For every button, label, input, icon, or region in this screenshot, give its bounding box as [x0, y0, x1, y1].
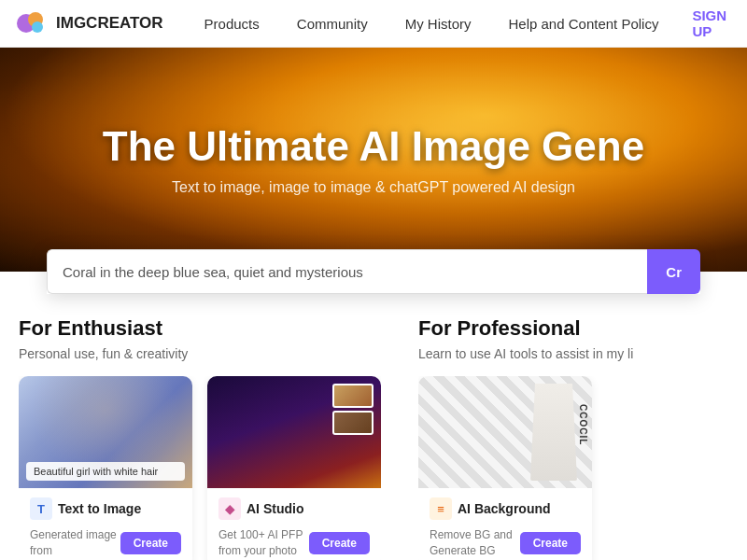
card-header-2: ◆ AI Studio — [218, 497, 370, 520]
enthusiast-cards: Beautiful girl with white hair T Text to… — [19, 376, 381, 560]
enthusiast-subtitle: Personal use, fun & creativity — [19, 346, 381, 361]
professional-cards: CCOCIL ≡ AI Background Remove BG and Gen… — [418, 376, 728, 560]
card-create-btn-1[interactable]: Create — [120, 532, 181, 554]
card-label-3: CCOCIL — [578, 404, 588, 445]
nav-help[interactable]: Help and Content Policy — [490, 0, 678, 48]
nav-my-history[interactable]: My History — [387, 0, 490, 48]
search-input[interactable] — [47, 249, 647, 294]
card-create-btn-3[interactable]: Create — [520, 532, 581, 554]
enthusiast-title: For Enthusiast — [19, 316, 381, 341]
card-icon-t: T — [30, 497, 52, 520]
card-name-2: AI Studio — [247, 501, 303, 516]
card-create-btn-2[interactable]: Create — [309, 532, 370, 554]
card-desc-1: Generated image from — [30, 527, 120, 559]
card-body-1: T Text to Image Generated image from Cre… — [19, 488, 192, 560]
hero-subtitle: Text to image, image to image & chatGPT … — [172, 179, 575, 196]
card-image-3: CCOCIL — [418, 376, 592, 488]
card-footer-1: Generated image from Create — [30, 527, 181, 559]
sign-up-button[interactable]: SIGN UP — [677, 7, 741, 39]
professional-section: For Professional Learn to use AI tools t… — [418, 316, 728, 560]
nav-community[interactable]: Community — [278, 0, 387, 48]
card-footer-2: Get 100+ AI PFP from your photo Create — [218, 527, 370, 559]
card-image-2 — [207, 376, 381, 488]
mini-photo-2 — [332, 411, 374, 435]
svg-point-2 — [32, 21, 43, 33]
nav-links: Products Community My History Help and C… — [186, 0, 678, 48]
hero-title: The Ultimate AI Image Gene — [103, 123, 644, 170]
card-name-3: AI Background — [458, 501, 551, 516]
professional-subtitle: Learn to use AI tools to assist in my li — [418, 346, 728, 361]
card-pot — [530, 384, 577, 481]
card-header-1: T Text to Image — [30, 497, 181, 520]
logo-text: IMGCREATOR — [56, 14, 163, 33]
create-button[interactable]: Cr — [647, 249, 700, 294]
card-icon-studio: ◆ — [218, 497, 241, 520]
card-footer-3: Remove BG and Generate BG Create — [430, 527, 581, 559]
hero-section: The Ultimate AI Image Gene Text to image… — [0, 48, 747, 272]
logo[interactable]: IMGCREATOR — [15, 7, 163, 40]
card-header-3: ≡ AI Background — [430, 497, 581, 520]
card-desc-2: Get 100+ AI PFP from your photo — [218, 527, 309, 559]
search-container: Cr — [0, 272, 747, 316]
card-name-1: Text to Image — [58, 501, 141, 516]
card-ai-studio: ◆ AI Studio Get 100+ AI PFP from your ph… — [207, 376, 381, 560]
navbar: IMGCREATOR Products Community My History… — [0, 0, 747, 48]
card-body-2: ◆ AI Studio Get 100+ AI PFP from your ph… — [207, 488, 381, 560]
card-image-1: Beautiful girl with white hair — [19, 376, 192, 488]
card-caption-1: Beautiful girl with white hair — [26, 462, 185, 481]
card-icon-bg: ≡ — [430, 497, 452, 520]
nav-products[interactable]: Products — [186, 0, 278, 48]
logo-icon — [15, 7, 49, 40]
card-desc-3: Remove BG and Generate BG — [430, 527, 520, 559]
card-overlay-2 — [332, 384, 374, 435]
professional-title: For Professional — [418, 316, 728, 341]
card-text-to-image: Beautiful girl with white hair T Text to… — [19, 376, 192, 560]
enthusiast-section: For Enthusiast Personal use, fun & creat… — [19, 316, 381, 560]
card-body-3: ≡ AI Background Remove BG and Generate B… — [418, 488, 592, 560]
card-ai-background: CCOCIL ≡ AI Background Remove BG and Gen… — [418, 376, 592, 560]
search-bar: Cr — [47, 249, 700, 294]
mini-photo-1 — [332, 384, 374, 408]
sections-row: For Enthusiast Personal use, fun & creat… — [0, 316, 747, 560]
